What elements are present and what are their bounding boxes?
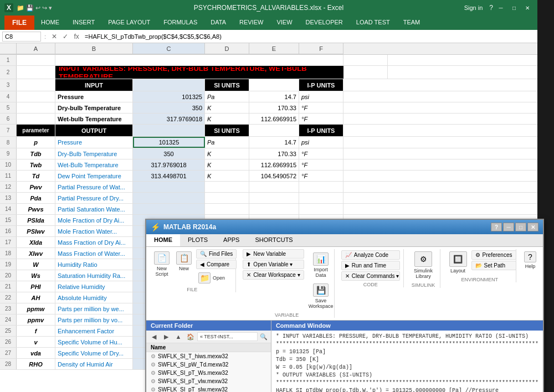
cell-c6[interactable]: 317.9769018 xyxy=(133,114,205,124)
cell-e5[interactable]: 170.33 xyxy=(249,102,299,113)
col-header-f[interactable]: F xyxy=(299,43,343,54)
cell-a11[interactable]: Td xyxy=(17,171,55,181)
cell-a8[interactable]: p xyxy=(17,137,55,148)
cell-f10[interactable]: °F xyxy=(299,159,343,170)
clear-commands-btn[interactable]: ✕ Clear Commands ▾ xyxy=(341,271,400,281)
cell-e7[interactable] xyxy=(249,125,299,136)
insert-function-btn[interactable]: fx xyxy=(71,32,81,42)
set-path-btn[interactable]: 📂 Set Path xyxy=(471,261,516,270)
cell-c7[interactable] xyxy=(133,125,205,136)
run-time-btn[interactable]: ▶ Run and Time xyxy=(341,261,400,270)
help-btn[interactable]: ? xyxy=(489,4,493,12)
cell-e10[interactable]: 112.6969915 xyxy=(249,159,299,170)
matlab-maximize-btn[interactable]: □ xyxy=(515,223,526,231)
cell-c5[interactable]: 350 xyxy=(133,102,205,113)
cell-a6[interactable] xyxy=(17,114,55,124)
cell-b11[interactable]: Dew Point Temperature xyxy=(55,171,133,181)
cell-a10[interactable]: Twb xyxy=(17,159,55,170)
cell-d6[interactable]: K xyxy=(205,114,249,124)
help-btn[interactable]: ? Help xyxy=(522,249,538,271)
folder-home-btn[interactable]: 🏠 xyxy=(185,332,196,342)
layout-btn[interactable]: 🔲 Layout xyxy=(447,249,469,276)
cell-a1[interactable] xyxy=(17,55,55,65)
cell-b4[interactable]: Pressure xyxy=(55,91,133,102)
cell-b10[interactable]: Wet-Bulb Temperature xyxy=(55,159,133,170)
cell-d8[interactable]: Pa xyxy=(205,137,249,148)
view-tab[interactable]: VIEW xyxy=(270,16,299,30)
cell-e3[interactable] xyxy=(249,79,299,91)
sign-in[interactable]: Sign in xyxy=(464,4,483,11)
new-btn[interactable]: 📋 New xyxy=(174,249,194,274)
cell-f4[interactable]: psi xyxy=(299,91,343,102)
cell-f5[interactable]: °F xyxy=(299,102,343,113)
import-data-btn[interactable]: 📊 ImportData xyxy=(306,250,336,280)
cell-d5[interactable]: K xyxy=(205,102,249,113)
file-item-5[interactable]: ⚙ SWFLK_SI_pT_slw.mexw32 xyxy=(146,385,271,392)
load-test-tab[interactable]: LOAD TEST xyxy=(350,16,397,30)
cancel-formula-btn[interactable]: ✕ xyxy=(49,32,59,42)
cell-f9[interactable]: °F xyxy=(299,148,343,159)
folder-forward-btn[interactable]: ▶ xyxy=(161,332,172,342)
folder-back-btn[interactable]: ◀ xyxy=(148,332,160,342)
cell-b5[interactable]: Dry-bulb Temperature xyxy=(55,102,133,113)
new-script-btn[interactable]: 📄 NewScript xyxy=(152,249,172,279)
home-tab[interactable]: HOME xyxy=(34,16,66,30)
cell-c11[interactable]: 313.4498701 xyxy=(133,171,205,181)
page-layout-tab[interactable]: PAGE LAYOUT xyxy=(101,16,157,30)
cell-c10[interactable]: 317.9769018 xyxy=(133,159,205,170)
review-tab[interactable]: REVIEW xyxy=(233,16,270,30)
col-header-d[interactable]: D xyxy=(205,43,249,54)
data-tab[interactable]: DATA xyxy=(204,16,233,30)
file-item-1[interactable]: ⚙ SWFLK_SI_T_hiws.mexw32 xyxy=(146,352,271,360)
cell-a3[interactable] xyxy=(17,79,55,91)
cell-b9[interactable]: Dry-Bulb Temperature xyxy=(55,148,133,159)
cell-e4[interactable]: 14.7 xyxy=(249,91,299,102)
open-variable-btn[interactable]: ⬆ Open Variable ▾ xyxy=(243,260,304,269)
cell-c3[interactable] xyxy=(133,79,205,91)
matlab-apps-tab[interactable]: APPS xyxy=(216,234,247,246)
cell-e6[interactable]: 112.6969915 xyxy=(249,114,299,124)
save-workspace-btn[interactable]: 💾 SaveWorkspace xyxy=(306,281,336,311)
compare-btn[interactable]: ◀ Compare xyxy=(196,260,237,269)
cell-f2[interactable] xyxy=(343,66,388,79)
confirm-formula-btn[interactable]: ✓ xyxy=(60,32,70,42)
minimize-btn[interactable]: ─ xyxy=(495,4,506,12)
folder-search-icon[interactable]: 🔍 xyxy=(259,332,269,342)
matlab-close-btn[interactable]: ✕ xyxy=(527,223,538,231)
col-header-c[interactable]: C xyxy=(133,43,205,54)
matlab-home-tab[interactable]: HOME xyxy=(146,234,180,246)
file-item-4[interactable]: ⚙ SWFLK_SI_pT_vlw.mexw32 xyxy=(146,377,271,385)
col-header-b[interactable]: B xyxy=(55,43,133,54)
folder-path[interactable]: « TEST-INST... xyxy=(197,332,258,341)
cell-d11[interactable]: K xyxy=(205,171,249,181)
cell-e9[interactable]: 170.33 xyxy=(249,148,299,159)
formulas-tab[interactable]: FORMULAS xyxy=(157,16,204,30)
cell-f1[interactable] xyxy=(343,55,388,65)
matlab-plots-tab[interactable]: PLOTS xyxy=(180,234,216,246)
cell-e8[interactable]: 14.7 xyxy=(249,137,299,148)
insert-tab[interactable]: INSERT xyxy=(66,16,101,30)
cell-b8[interactable]: Pressure xyxy=(55,137,133,148)
cell-a2[interactable] xyxy=(17,66,55,79)
maximize-btn[interactable]: □ xyxy=(509,4,520,12)
close-btn[interactable]: ✕ xyxy=(522,4,533,12)
matlab-help-btn[interactable]: ? xyxy=(491,223,502,231)
find-files-btn[interactable]: 🔍 Find Files xyxy=(196,249,237,259)
clear-workspace-btn[interactable]: ✕ Clear Workspace ▾ xyxy=(243,270,304,280)
analyze-code-btn[interactable]: 📈 Analyze Code xyxy=(341,250,400,260)
file-item-2[interactable]: ⚙ SWFLK_SI_pW_Td.mexw32 xyxy=(146,360,271,369)
cell-c9[interactable]: 350 xyxy=(133,148,205,159)
new-variable-btn[interactable]: ▶ New Variable xyxy=(243,249,304,259)
cell-a5[interactable] xyxy=(17,102,55,113)
file-item-3[interactable]: ⚙ SWFLK_SI_pT_Ws.mexw32 xyxy=(146,369,271,377)
cell-a9[interactable]: Tdb xyxy=(17,148,55,159)
cell-b6[interactable]: Wet-bulb Temperature xyxy=(55,114,133,124)
cell-reference[interactable] xyxy=(2,32,41,42)
cell-merged-1[interactable] xyxy=(55,55,343,65)
cell-f8[interactable]: psi xyxy=(299,137,343,148)
file-tab[interactable]: FILE xyxy=(4,16,34,30)
col-header-e[interactable]: E xyxy=(249,43,299,54)
matlab-minimize-btn[interactable]: ─ xyxy=(503,223,514,231)
cell-f6[interactable]: °F xyxy=(299,114,343,124)
cell-d10[interactable]: K xyxy=(205,159,249,170)
